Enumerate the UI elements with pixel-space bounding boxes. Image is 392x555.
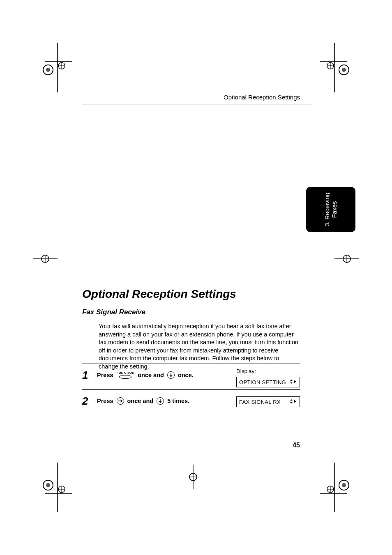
right-arrow-button-icon xyxy=(117,397,124,405)
step-instruction: Press FUNKTION once and once. xyxy=(97,371,194,379)
crop-mark-mid-right xyxy=(334,246,359,271)
funktion-key-icon: FUNKTION xyxy=(117,371,135,379)
step-instruction: Press once and 5 times. xyxy=(97,396,189,405)
step-display: Display: OPTION SETTING xyxy=(236,368,300,387)
lcd-display: FAX SIGNAL RX xyxy=(236,396,300,407)
svg-point-1 xyxy=(46,68,50,72)
svg-point-8 xyxy=(342,68,346,72)
crop-mark-bottom-left xyxy=(39,463,72,512)
section-subtitle: Fax Signal Receive xyxy=(82,308,145,316)
down-arrow-button-icon xyxy=(167,371,175,379)
crop-mark-mid-left xyxy=(33,246,58,271)
step-row: 2 Press once and 5 times. FAX SIGNAL RX xyxy=(82,389,300,415)
svg-point-28 xyxy=(342,483,346,487)
crop-mark-bottom-right xyxy=(320,463,353,512)
chapter-tab-label: 3. Receiving Faxes xyxy=(323,193,338,227)
lcd-text: OPTION SETTING xyxy=(239,379,286,385)
nav-updown-right-icon xyxy=(290,379,297,386)
text-once-and: once and xyxy=(127,398,154,404)
step-row: 1 Press FUNKTION once and once. Display:… xyxy=(82,364,300,389)
step-number: 2 xyxy=(82,396,90,406)
running-header: Optional Reception Settings xyxy=(224,94,300,101)
section-title: Optional Reception Settings xyxy=(82,288,236,301)
step-display: FAX SIGNAL RX xyxy=(236,396,300,407)
text-press: Press xyxy=(97,398,113,404)
funktion-key-label: FUNKTION xyxy=(117,371,135,375)
step-list: 1 Press FUNKTION once and once. Display:… xyxy=(82,364,300,415)
down-arrow-button-icon xyxy=(157,397,164,405)
text-once: once. xyxy=(178,372,194,378)
lcd-display: OPTION SETTING xyxy=(236,377,300,387)
header-rule xyxy=(82,104,312,104)
text-press: Press xyxy=(97,372,113,378)
crop-mark-top-right xyxy=(320,43,353,92)
page-number: 45 xyxy=(293,442,300,449)
chapter-tab: 3. Receiving Faxes xyxy=(306,187,355,232)
crop-mark-top-left xyxy=(39,43,72,92)
crop-mark-bottom-center xyxy=(181,465,205,489)
step-number: 1 xyxy=(82,370,90,380)
svg-point-21 xyxy=(46,483,50,487)
text-times: 5 times. xyxy=(167,398,189,404)
nav-updown-right-icon xyxy=(290,398,297,405)
page-content: Optional Reception Settings 3. Receiving… xyxy=(82,88,312,450)
display-label: Display: xyxy=(236,368,300,374)
lcd-text: FAX SIGNAL RX xyxy=(239,399,281,405)
text-once-and: once and xyxy=(138,372,164,378)
oval-key-icon xyxy=(119,375,131,379)
